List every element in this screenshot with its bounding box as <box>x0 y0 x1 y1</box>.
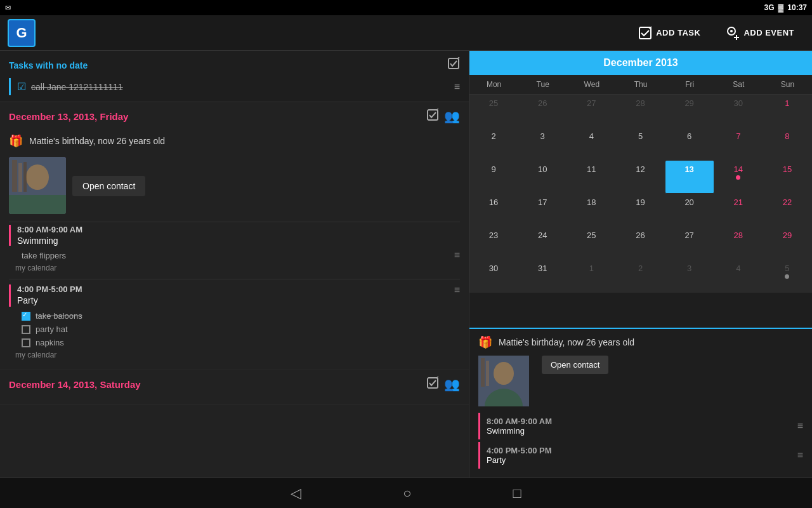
napkins-text: napkins <box>36 338 64 347</box>
cal-day-23[interactable]: 23 <box>469 227 518 260</box>
cal-day-24[interactable]: 24 <box>518 227 567 260</box>
status-bar: ✉ 3G ▓ 10:37 <box>0 0 812 15</box>
panel-swimming-event[interactable]: 8:00 AM-9:00 AM Swimming ≡ <box>478 413 803 439</box>
cal-day-27-prev[interactable]: 27 <box>567 95 616 128</box>
day1-section: December 13, 2013, Friday 👥 🎁 Mattie's <box>0 102 469 370</box>
hat-checkbox[interactable] <box>22 325 30 334</box>
gift-icon: 🎁 <box>9 134 23 148</box>
cal-day-6[interactable]: 6 <box>665 128 714 161</box>
day1-contact-icon[interactable]: 👥 <box>444 109 460 124</box>
swimming-menu-icon[interactable]: ≡ <box>454 250 460 261</box>
cal-dot-blue <box>687 175 691 180</box>
cal-day-11[interactable]: 11 <box>567 161 616 194</box>
cal-day-2-next[interactable]: 2 <box>616 260 665 293</box>
swimming-note-text: take flippers <box>22 251 66 260</box>
app-logo: G <box>8 19 36 47</box>
swimming-event[interactable]: 8:00 AM-9:00 AM Swimming <box>9 225 460 246</box>
recents-button[interactable]: □ <box>501 480 534 507</box>
party-menu-icon[interactable]: ≡ <box>454 284 460 296</box>
cal-day-31[interactable]: 31 <box>518 260 567 293</box>
cal-day-29[interactable]: 29 <box>763 227 812 260</box>
cal-day-17[interactable]: 17 <box>518 194 567 227</box>
panel-swimming-menu[interactable]: ≡ <box>797 420 803 432</box>
panel-party-menu[interactable]: ≡ <box>797 450 803 461</box>
svg-point-20 <box>494 362 514 385</box>
day2-section: December 14, 2013, Saturday 👥 <box>0 370 469 405</box>
task-text: call Jane 12121111111 <box>31 82 123 92</box>
cal-day-7[interactable]: 7 <box>714 128 763 161</box>
cal-day-20[interactable]: 20 <box>665 194 714 227</box>
cal-day-10[interactable]: 10 <box>518 161 567 194</box>
panel-contact-photo <box>478 356 529 406</box>
cal-day-30[interactable]: 30 <box>469 260 518 293</box>
add-task-label: ADD TASK <box>656 28 700 37</box>
main-content: Tasks with no date ☑ call Jane 121211111… <box>0 51 812 478</box>
back-button[interactable]: ◁ <box>278 480 314 507</box>
swimming-time: 8:00 AM-9:00 AM <box>17 225 460 234</box>
cal-day-8[interactable]: 8 <box>763 128 812 161</box>
cal-day-2[interactable]: 2 <box>469 128 518 161</box>
day2-task-icon[interactable] <box>426 377 439 392</box>
day2-title: December 14, 2013, Saturday <box>9 379 141 390</box>
svg-rect-23 <box>486 361 489 386</box>
swimming-note: take flippers ≡ <box>9 248 460 262</box>
panel-open-contact-button[interactable]: Open contact <box>542 356 608 374</box>
cal-day-18[interactable]: 18 <box>567 194 616 227</box>
cal-day-15[interactable]: 15 <box>763 161 812 194</box>
birthday-event: 🎁 Mattie's birthday, now 26 years old <box>9 130 460 152</box>
cal-day-21[interactable]: 21 <box>714 194 763 227</box>
task-menu-icon[interactable]: ≡ <box>454 81 460 93</box>
cal-day-5-next[interactable]: 5 <box>763 260 812 293</box>
open-contact-button[interactable]: Open contact <box>72 176 145 196</box>
day2-contact-icon[interactable]: 👥 <box>444 377 460 392</box>
cal-day-13-today[interactable]: 13 <box>665 161 714 194</box>
cal-day-28[interactable]: 28 <box>714 227 763 260</box>
svg-point-11 <box>26 164 49 190</box>
cal-day-16[interactable]: 16 <box>469 194 518 227</box>
baloons-checkbox[interactable] <box>22 312 30 321</box>
cal-day-25[interactable]: 25 <box>567 227 616 260</box>
cal-day-9[interactable]: 9 <box>469 161 518 194</box>
cal-day-3-next[interactable]: 3 <box>665 260 714 293</box>
day1-task-icon[interactable] <box>426 109 439 124</box>
cal-day-12[interactable]: 12 <box>616 161 665 194</box>
cal-header-mon: Mon <box>469 75 518 95</box>
cal-day-14[interactable]: 14 <box>714 161 763 194</box>
add-event-button[interactable]: ADD EVENT <box>716 21 804 45</box>
panel-party-name: Party <box>487 455 552 465</box>
add-task-button[interactable]: ADD TASK <box>628 21 710 45</box>
cal-day-19[interactable]: 19 <box>616 194 665 227</box>
battery-icon: ▓ <box>778 3 784 12</box>
task-left: ☑ call Jane 12121111111 <box>17 81 123 93</box>
swimming-calendar: my calendar <box>9 262 460 276</box>
day1-header: December 13, 2013, Friday 👥 <box>9 109 460 124</box>
cal-day-22[interactable]: 22 <box>763 194 812 227</box>
party-task-napkins: napkins <box>9 336 460 349</box>
status-left: ✉ <box>5 4 11 12</box>
cal-day-5[interactable]: 5 <box>616 128 665 161</box>
cal-day-28-prev[interactable]: 28 <box>616 95 665 128</box>
panel-party-event[interactable]: 4:00 PM-5:00 PM Party ≡ <box>478 442 803 469</box>
cal-day-26[interactable]: 26 <box>616 227 665 260</box>
party-event[interactable]: 4:00 PM-5:00 PM Party <box>9 284 454 307</box>
cal-header-tue: Tue <box>518 75 567 95</box>
cal-day-3[interactable]: 3 <box>518 128 567 161</box>
svg-rect-14 <box>12 160 17 192</box>
tasks-edit-icon[interactable] <box>447 57 460 73</box>
calendar-container: December 2013 Mon Tue Wed Thu Fri Sat Su… <box>469 51 812 328</box>
panel-gift-icon: 🎁 <box>478 335 492 349</box>
bottom-nav: ◁ ○ □ <box>0 478 812 508</box>
home-button[interactable]: ○ <box>390 480 424 507</box>
cal-day-1-next[interactable]: 1 <box>567 260 616 293</box>
left-panel: Tasks with no date ☑ call Jane 121211111… <box>0 51 469 478</box>
cal-day-29-prev[interactable]: 29 <box>665 95 714 128</box>
cal-day-4-next[interactable]: 4 <box>714 260 763 293</box>
cal-day-1[interactable]: 1 <box>763 95 812 128</box>
cal-day-30-prev[interactable]: 30 <box>714 95 763 128</box>
cal-day-4[interactable]: 4 <box>567 128 616 161</box>
cal-day-25-prev[interactable]: 25 <box>469 95 518 128</box>
napkins-checkbox[interactable] <box>22 338 30 347</box>
cal-dot-gray <box>785 274 789 279</box>
cal-day-26-prev[interactable]: 26 <box>518 95 567 128</box>
cal-day-27[interactable]: 27 <box>665 227 714 260</box>
